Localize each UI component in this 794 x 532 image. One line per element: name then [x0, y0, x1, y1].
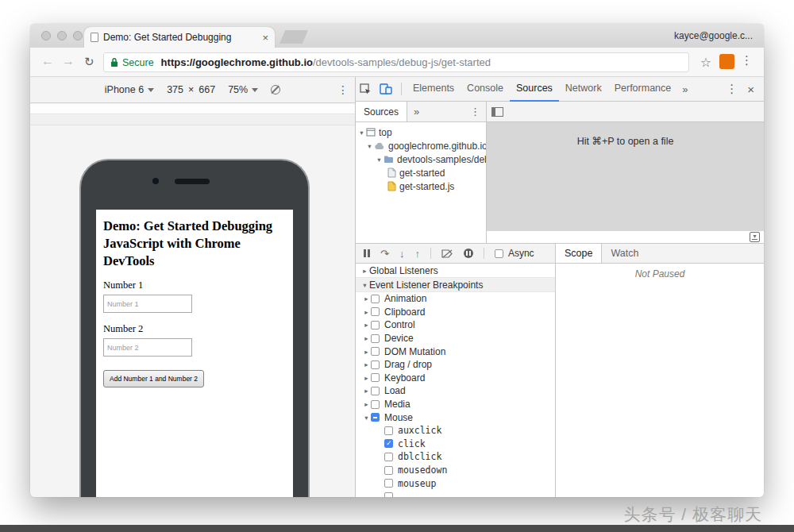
tab-performance[interactable]: Performance	[608, 77, 678, 102]
number1-input[interactable]	[103, 295, 192, 313]
navigator-more-icon[interactable]: »	[414, 106, 419, 118]
tree-item-top[interactable]: ▾ top	[356, 125, 486, 139]
deactivate-breakpoints-icon[interactable]	[441, 249, 453, 258]
refresh-icon[interactable]: ↻	[84, 55, 94, 69]
back-icon[interactable]: ←	[41, 54, 54, 68]
browser-menu-icon[interactable]: ⋮	[741, 53, 753, 67]
breakpoint-event-dblclick[interactable]: dblclick	[356, 450, 555, 464]
breakpoint-category-device[interactable]: ▸ Device	[356, 332, 555, 345]
bookmark-star-icon[interactable]: ☆	[700, 55, 711, 70]
tree-item-domain[interactable]: ▾ googlechrome.github.io	[356, 139, 486, 152]
mouse-checkbox-indeterminate[interactable]	[371, 413, 380, 422]
zoom-select[interactable]: 75%	[228, 84, 258, 95]
breakpoint-event-mouseup[interactable]: mouseup	[356, 476, 555, 490]
tree-item-js-file[interactable]: get-started.js	[356, 179, 486, 193]
tab-network[interactable]: Network	[559, 77, 608, 102]
global-listeners-section[interactable]: ▸ Global Listeners	[356, 264, 555, 278]
breakpoint-event-mousedown[interactable]: mousedown	[356, 464, 555, 477]
pause-on-exceptions-icon[interactable]	[464, 249, 473, 258]
event-checkbox[interactable]	[384, 453, 393, 461]
tab-elements[interactable]: Elements	[407, 77, 461, 102]
twisty-closed-icon[interactable]: ▸	[360, 267, 369, 275]
twisty-open-icon[interactable]: ▾	[362, 414, 371, 422]
step-out-icon[interactable]: ↑	[414, 249, 420, 259]
minimize-window-button[interactable]	[57, 31, 67, 40]
category-checkbox[interactable]	[371, 307, 380, 316]
twisty-open-icon[interactable]: ▾	[375, 156, 384, 164]
twisty-closed-icon[interactable]: ▸	[362, 374, 371, 382]
breakpoint-event-auxclick[interactable]: auxclick	[356, 424, 555, 438]
toggle-drawer-icon[interactable]: ▾	[750, 232, 760, 242]
new-tab-button[interactable]	[279, 30, 308, 44]
twisty-closed-icon[interactable]: ▸	[362, 295, 371, 303]
twisty-closed-icon[interactable]: ▸	[362, 308, 371, 316]
device-toolbar-menu-icon[interactable]: ⋮	[337, 83, 349, 96]
browser-tab[interactable]: Demo: Get Started Debugging ×	[84, 27, 275, 48]
breakpoint-category-dom-mutation[interactable]: ▸ DOM Mutation	[356, 345, 555, 358]
breakpoint-event-clipped[interactable]	[356, 490, 555, 497]
category-checkbox[interactable]	[371, 334, 380, 343]
profile-avatar[interactable]	[719, 54, 734, 69]
devtools-close-icon[interactable]: ×	[747, 83, 754, 96]
close-window-button[interactable]	[41, 31, 51, 40]
device-toolbar-toggle-icon[interactable]	[380, 83, 392, 94]
category-checkbox[interactable]	[371, 347, 380, 356]
twisty-closed-icon[interactable]: ▸	[362, 334, 371, 342]
event-checkbox[interactable]	[384, 426, 393, 435]
breakpoint-category-keyboard[interactable]: ▸ Keyboard	[356, 372, 555, 385]
event-checkbox[interactable]	[384, 492, 393, 497]
category-checkbox[interactable]	[371, 360, 380, 369]
twisty-open-icon[interactable]: ▾	[365, 142, 374, 150]
breakpoint-category-mouse[interactable]: ▾ Mouse	[356, 411, 555, 424]
step-over-icon[interactable]: ↷	[380, 249, 389, 259]
devtools-menu-icon[interactable]: ⋮	[726, 82, 738, 96]
breakpoint-category-load[interactable]: ▸ Load	[356, 384, 555, 398]
tree-item-folder[interactable]: ▾ devtools-samples/debu	[356, 152, 486, 166]
more-tabs-icon[interactable]: »	[677, 83, 692, 95]
add-numbers-button[interactable]: Add Number 1 and Number 2	[103, 370, 204, 387]
navigator-menu-icon[interactable]: ⋮	[470, 106, 480, 118]
event-checkbox[interactable]	[384, 466, 393, 475]
zoom-window-button[interactable]	[73, 31, 83, 40]
category-checkbox[interactable]	[371, 373, 380, 382]
address-bar[interactable]: Secure https://googlechrome.github.io /d…	[103, 52, 689, 72]
forward-icon[interactable]: →	[62, 54, 75, 68]
device-select[interactable]: iPhone 6	[105, 84, 154, 95]
viewport-height[interactable]: 667	[198, 84, 215, 95]
rotate-viewport-icon[interactable]	[271, 85, 280, 94]
viewport-width[interactable]: 375	[167, 84, 183, 95]
navigator-tab-sources[interactable]: Sources	[356, 102, 407, 121]
breakpoint-category-control[interactable]: ▸ Control	[356, 318, 555, 332]
tab-scope[interactable]: Scope	[556, 244, 602, 263]
category-checkbox[interactable]	[371, 387, 380, 395]
tab-close-icon[interactable]: ×	[262, 32, 268, 44]
breakpoint-event-click[interactable]: click	[356, 438, 555, 451]
breakpoint-category-media[interactable]: ▸ Media	[356, 398, 555, 411]
twisty-open-icon[interactable]: ▾	[360, 281, 369, 289]
twisty-closed-icon[interactable]: ▸	[362, 360, 371, 368]
number2-input[interactable]	[103, 338, 192, 357]
twisty-closed-icon[interactable]: ▸	[362, 321, 371, 329]
breakpoint-category-animation[interactable]: ▸ Animation	[356, 292, 555, 306]
twisty-closed-icon[interactable]: ▸	[362, 387, 371, 395]
step-into-icon[interactable]: ↓	[399, 249, 405, 259]
breakpoint-category-clipboard[interactable]: ▸ Clipboard	[356, 306, 555, 319]
pause-script-icon[interactable]	[364, 249, 370, 257]
tab-watch[interactable]: Watch	[602, 248, 647, 259]
tab-sources[interactable]: Sources	[510, 77, 559, 102]
event-checkbox[interactable]	[384, 479, 393, 488]
async-checkbox[interactable]	[495, 249, 503, 258]
twisty-closed-icon[interactable]: ▸	[362, 348, 371, 356]
category-checkbox[interactable]	[371, 321, 380, 330]
media-query-bar[interactable]	[30, 104, 355, 114]
category-checkbox[interactable]	[371, 295, 380, 303]
breakpoint-category-drag-drop[interactable]: ▸ Drag / drop	[356, 358, 555, 372]
category-checkbox[interactable]	[371, 400, 380, 409]
tree-item-file[interactable]: get-started	[356, 166, 486, 179]
tab-console[interactable]: Console	[461, 77, 510, 102]
event-listener-breakpoints-section[interactable]: ▾ Event Listener Breakpoints	[356, 278, 555, 292]
event-checkbox-checked[interactable]	[384, 439, 393, 448]
twisty-open-icon[interactable]: ▾	[357, 129, 366, 137]
inspect-element-icon[interactable]	[360, 83, 372, 95]
twisty-closed-icon[interactable]: ▸	[362, 400, 371, 408]
